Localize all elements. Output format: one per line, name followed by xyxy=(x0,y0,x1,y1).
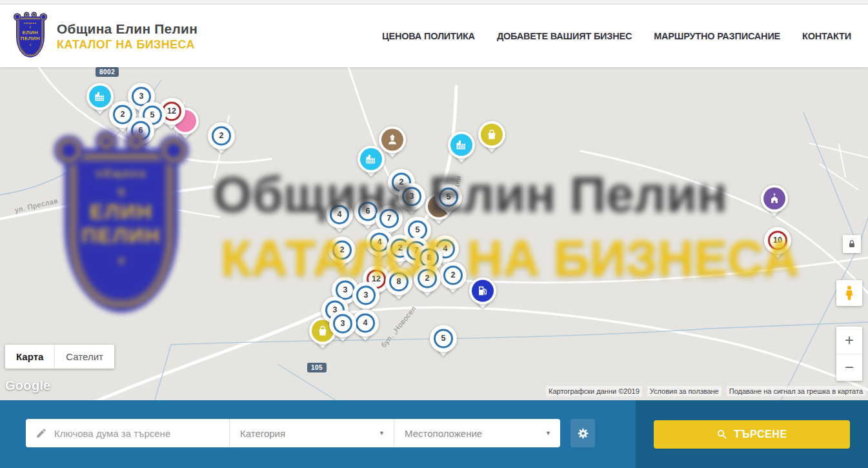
marker-cluster[interactable]: 6 xyxy=(126,117,156,148)
attribution-terms-link[interactable]: Условия за ползване xyxy=(647,386,722,396)
marker-count: 3 xyxy=(341,319,345,328)
marker-count: 5 xyxy=(441,334,446,343)
marker-count: 3 xyxy=(364,290,368,300)
marker-count: 10 xyxy=(773,236,782,245)
marker-count: 4 xyxy=(378,238,382,247)
search-fields-group: Категория ▼ Местоположение ▼ xyxy=(26,419,560,447)
advanced-settings-button[interactable] xyxy=(570,419,595,447)
marker-bag[interactable] xyxy=(477,121,507,152)
map-attribution: Картографски данни ©2019 Условия за полз… xyxy=(546,386,865,396)
marker-count: 6 xyxy=(366,207,370,216)
marker-count: 2 xyxy=(340,245,345,254)
site-subtitle: КАТАЛОГ НА БИЗНЕСА xyxy=(57,38,197,52)
zoom-out-button[interactable]: − xyxy=(836,354,862,382)
municipality-crest-logo: община ⚜ ЕЛИН ПЕЛИН ⚜ xyxy=(14,14,48,58)
attribution-copyright: Картографски данни ©2019 xyxy=(546,386,642,396)
pegman-icon xyxy=(841,285,858,301)
marker-count: 2 xyxy=(121,110,125,119)
marker-count: 7 xyxy=(387,214,392,223)
marker-cluster[interactable]: 4 xyxy=(325,201,354,232)
nav-item[interactable]: ЦЕНОВА ПОЛИТИКА xyxy=(382,31,475,41)
logo-text: Община Елин Пелин КАТАЛОГ НА БИЗНЕСА xyxy=(57,21,197,52)
road-number-badge: 8002 xyxy=(96,67,119,77)
marker-count: 8 xyxy=(397,277,401,286)
search-button-panel: ТЪРСЕНЕ xyxy=(636,400,868,468)
nav-item[interactable]: ДОБАВЕТЕ ВАШИЯТ БИЗНЕС xyxy=(497,31,632,41)
map-type-map-button[interactable]: Карта xyxy=(5,345,54,369)
map-type-control: Карта Сателит xyxy=(5,345,114,369)
road-number-badge: 105 xyxy=(307,363,327,372)
location-select-value: Местоположение xyxy=(405,428,482,439)
marker-cluster[interactable]: 3 xyxy=(351,281,381,312)
category-select-value: Категория xyxy=(240,428,285,439)
marker-cluster[interactable]: 5 xyxy=(434,183,463,214)
crest-flourish-icon xyxy=(32,12,37,18)
site-title: Община Елин Пелин xyxy=(57,21,197,37)
keyword-search-input[interactable] xyxy=(54,428,229,439)
crest-flourish-icon xyxy=(14,14,21,21)
fleur-de-lis-icon: ⚜ xyxy=(18,43,43,46)
lock-button[interactable] xyxy=(843,235,861,253)
map-type-satellite-button[interactable]: Сателит xyxy=(54,345,114,369)
marker-count: 12 xyxy=(167,107,176,116)
chevron-down-icon: ▼ xyxy=(545,430,551,436)
google-logo[interactable]: Google xyxy=(5,378,51,393)
site-logo[interactable]: община ⚜ ЕЛИН ПЕЛИН ⚜ Община Елин Пелин … xyxy=(14,14,197,58)
crest-flourish-icon xyxy=(40,14,48,21)
marker-church[interactable] xyxy=(760,185,789,216)
marker-cluster[interactable]: 5 xyxy=(429,325,458,356)
marker-cluster[interactable]: 2 xyxy=(412,265,442,296)
category-select[interactable]: Категория ▼ xyxy=(229,419,394,447)
marker-count: 5 xyxy=(416,225,420,234)
marker-cluster[interactable]: 2 xyxy=(438,261,468,292)
marker-count: 2 xyxy=(425,274,430,283)
attribution-report-link[interactable]: Подаване на сигнал за грешка в картата xyxy=(727,386,865,396)
search-button-label: ТЪРСЕНЕ xyxy=(734,429,787,440)
map-canvas[interactable]: 8002105 ул. Преславбул. „Новоселции 3122… xyxy=(0,67,868,400)
marker-count: 2 xyxy=(451,270,456,280)
crest-town-text: община xyxy=(18,21,43,25)
marker-count: 8 xyxy=(427,253,432,262)
search-bar: Категория ▼ Местоположение ▼ ТЪРСЕНЕ xyxy=(0,400,868,468)
marker-cluster[interactable]: 8 xyxy=(384,268,414,299)
marker-count: 3 xyxy=(410,192,414,201)
crest-flourish-icon xyxy=(24,12,30,18)
main-nav: ЦЕНОВА ПОЛИТИКАДОБАВЕТЕ ВАШИЯТ БИЗНЕСМАР… xyxy=(382,31,851,41)
marker-cluster[interactable]: 10 xyxy=(763,227,792,258)
marker-count: 3 xyxy=(343,285,348,294)
marker-count: 2 xyxy=(219,131,224,140)
marker-count: 4 xyxy=(363,318,368,327)
marker-count: 5 xyxy=(447,192,451,201)
search-button[interactable]: ТЪРСЕНЕ xyxy=(654,420,850,449)
nav-item[interactable]: МАРШРУТНО РАЗПИСАНИЕ xyxy=(654,31,780,41)
pegman-button[interactable] xyxy=(836,280,862,306)
marker-count: 3 xyxy=(139,92,144,101)
top-strip xyxy=(0,0,868,5)
marker-fuel[interactable] xyxy=(468,277,498,308)
keyword-field xyxy=(26,419,229,447)
marker-cluster[interactable]: 3 xyxy=(328,310,358,341)
pencil-icon xyxy=(35,427,47,439)
marker-factory[interactable] xyxy=(356,145,386,176)
page: община ⚜ ЕЛИН ПЕЛИН ⚜ Община Елин Пелин … xyxy=(0,0,868,468)
marker-cluster[interactable]: 2 xyxy=(207,122,236,153)
marker-count: 4 xyxy=(338,210,342,219)
lock-icon xyxy=(847,239,857,249)
crest-name-line2: ПЕЛИН xyxy=(18,36,43,41)
gear-icon xyxy=(576,427,590,440)
marker-cluster[interactable]: 2 xyxy=(327,236,357,267)
chevron-down-icon: ▼ xyxy=(379,430,385,436)
header: община ⚜ ЕЛИН ПЕЛИН ⚜ Община Елин Пелин … xyxy=(0,0,868,67)
crest-name-line1: ЕЛИН xyxy=(18,30,43,36)
nav-item[interactable]: КОНТАКТИ xyxy=(802,31,851,41)
zoom-control: + − xyxy=(836,327,862,381)
search-icon xyxy=(716,429,727,440)
location-select[interactable]: Местоположение ▼ xyxy=(394,419,560,447)
zoom-in-button[interactable]: + xyxy=(836,327,862,354)
marker-factory[interactable] xyxy=(447,131,476,162)
marker-count: 6 xyxy=(139,126,143,135)
